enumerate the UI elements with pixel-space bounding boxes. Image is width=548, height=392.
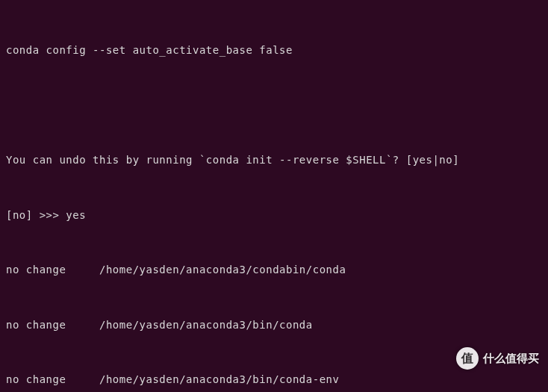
terminal-output[interactable]: conda config --set auto_activate_base fa… (6, 4, 542, 392)
terminal-blank (6, 96, 542, 115)
terminal-line: no change /home/yasden/anaconda3/bin/con… (6, 316, 542, 335)
watermark-text: 什么值得买 (483, 349, 539, 368)
terminal-line: You can undo this by running `conda init… (6, 151, 542, 169)
terminal-line: [no] >>> yes (6, 206, 542, 225)
terminal-line: no change /home/yasden/anaconda3/bin/con… (6, 370, 542, 389)
terminal-line: no change /home/yasden/anaconda3/condabi… (6, 261, 542, 279)
watermark-badge-icon: 值 (456, 347, 479, 370)
terminal-line: conda config --set auto_activate_base fa… (6, 41, 542, 60)
watermark: 值 什么值得买 (456, 347, 539, 370)
